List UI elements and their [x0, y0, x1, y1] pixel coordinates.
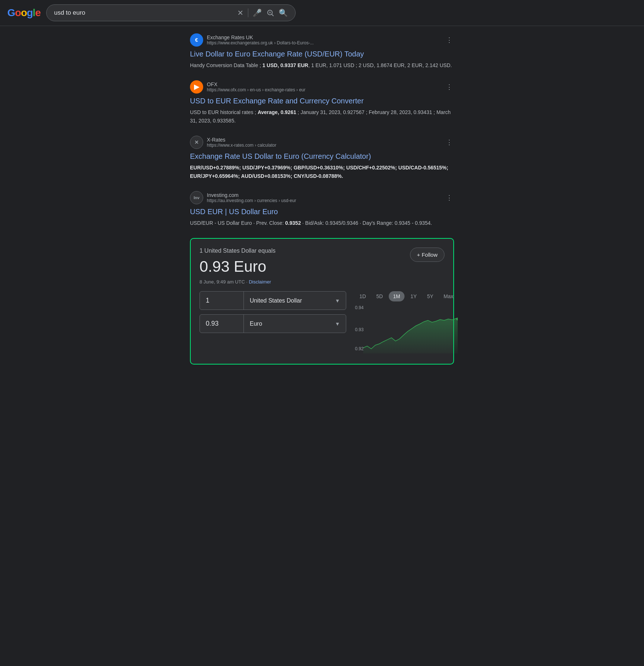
result-source: ▶ OFX https://www.ofx.com › en-us › exch…	[190, 80, 454, 94]
result-link[interactable]: Live Dollar to Euro Exchange Rate (USD/E…	[190, 49, 454, 59]
more-options-button[interactable]: ⋮	[444, 81, 454, 92]
chart-label-bot: 0.92	[355, 346, 363, 351]
source-name: Investing.com	[207, 192, 441, 198]
tab-1m[interactable]: 1M	[389, 291, 405, 301]
converter-title: 1 United States Dollar equals	[200, 248, 275, 254]
converter-inputs: United States Dollar ▼ Euro ▼	[200, 291, 346, 355]
voice-search-icon[interactable]: 🎤	[253, 8, 262, 17]
source-info: Exchange Rates UK https://www.exchangera…	[207, 34, 441, 45]
search-result: € Exchange Rates UK https://www.exchange…	[183, 33, 461, 69]
to-currency-label: Euro	[250, 321, 262, 327]
converter-title-area: 1 United States Dollar equals 0.93 Euro	[200, 248, 275, 277]
search-result: ✕ X-Rates https://www.x-rates.com › calc…	[183, 136, 461, 180]
from-currency-label: United States Dollar	[250, 297, 302, 304]
source-name: Exchange Rates UK	[207, 34, 441, 40]
to-currency-field: Euro ▼	[200, 314, 346, 333]
site-icon: Inv	[190, 191, 203, 204]
converter-main: United States Dollar ▼ Euro ▼ 1D 5D	[200, 291, 444, 355]
divider	[248, 8, 248, 17]
source-url: https://www.ofx.com › en-us › exchange-r…	[207, 87, 441, 92]
search-result: ▶ OFX https://www.ofx.com › en-us › exch…	[183, 80, 461, 125]
chart-label-mid: 0.93	[355, 327, 363, 332]
more-options-button[interactable]: ⋮	[444, 137, 454, 148]
from-currency-field: United States Dollar ▼	[200, 291, 346, 310]
header: Google ✕ 🎤 🔍	[0, 0, 644, 26]
from-amount-input[interactable]	[200, 292, 244, 310]
disclaimer-link[interactable]: Disclaimer	[249, 279, 271, 285]
source-name: X-Rates	[207, 137, 441, 143]
chart-svg	[355, 305, 458, 355]
lens-icon[interactable]	[266, 9, 274, 17]
result-source: € Exchange Rates UK https://www.exchange…	[190, 33, 454, 47]
svg-point-1	[269, 11, 271, 13]
tab-max[interactable]: Max	[439, 291, 458, 301]
converter-timestamp: 8 June, 9:49 am UTC · Disclaimer	[200, 279, 444, 285]
site-icon: ▶	[190, 80, 203, 94]
tab-1d[interactable]: 1D	[355, 291, 370, 301]
converter-rate: 0.93 Euro	[200, 258, 275, 275]
source-name: OFX	[207, 81, 441, 87]
result-link[interactable]: USD to EUR Exchange Rate and Currency Co…	[190, 96, 454, 106]
site-icon: ✕	[190, 136, 203, 149]
source-info: X-Rates https://www.x-rates.com › calcul…	[207, 137, 441, 148]
chevron-down-icon: ▼	[335, 321, 340, 327]
chart-tabs: 1D 5D 1M 1Y 5Y Max	[355, 291, 458, 301]
converter-header: 1 United States Dollar equals 0.93 Euro …	[200, 248, 444, 277]
source-url: https://www.exchangerates.org.uk › Dolla…	[207, 40, 441, 45]
result-link[interactable]: Exchange Rate US Dollar to Euro (Currenc…	[190, 151, 454, 161]
clear-button[interactable]: ✕	[237, 8, 244, 17]
google-logo: Google	[7, 7, 40, 19]
search-button[interactable]: 🔍	[279, 8, 288, 17]
follow-button[interactable]: + Follow	[410, 248, 444, 262]
currency-converter-card: 1 United States Dollar equals 0.93 Euro …	[190, 238, 454, 365]
result-description: EUR/USD+0.27889%; USD/JPY+0.37969%; GBP/…	[190, 164, 454, 180]
result-description: Handy Conversion Data Table ; 1 USD, 0.9…	[190, 61, 454, 69]
follow-label: + Follow	[417, 252, 438, 258]
more-options-button[interactable]: ⋮	[444, 34, 454, 45]
result-description: USD/EUR - US Dollar Euro · Prev. Close: …	[190, 219, 454, 227]
to-currency-select[interactable]: Euro ▼	[244, 315, 346, 333]
from-currency-select[interactable]: United States Dollar ▼	[244, 292, 346, 310]
more-options-button[interactable]: ⋮	[444, 192, 454, 203]
result-source: ✕ X-Rates https://www.x-rates.com › calc…	[190, 136, 454, 149]
tab-1y[interactable]: 1Y	[406, 291, 421, 301]
search-input[interactable]	[54, 9, 234, 17]
results-container: € Exchange Rates UK https://www.exchange…	[183, 26, 461, 365]
result-source: Inv Investing.com https://au.investing.c…	[190, 191, 454, 204]
chevron-down-icon: ▼	[335, 298, 340, 304]
search-result: Inv Investing.com https://au.investing.c…	[183, 191, 461, 227]
site-icon: €	[190, 33, 203, 47]
to-amount-input[interactable]	[200, 315, 244, 333]
source-info: Investing.com https://au.investing.com ›…	[207, 192, 441, 203]
result-link[interactable]: USD EUR | US Dollar Euro	[190, 206, 454, 217]
chart-area: 1D 5D 1M 1Y 5Y Max 0.94 0.93 0.92	[355, 291, 458, 355]
result-description: USD to EUR historical rates ; Average, 0…	[190, 108, 454, 125]
search-bar: ✕ 🎤 🔍	[46, 4, 296, 21]
source-url: https://au.investing.com › currencies › …	[207, 198, 441, 203]
source-url: https://www.x-rates.com › calculator	[207, 143, 441, 148]
chart-label-top: 0.94	[355, 305, 363, 310]
tab-5d[interactable]: 5D	[372, 291, 387, 301]
chart-container: 0.94 0.93 0.92	[355, 305, 458, 355]
tab-5y[interactable]: 5Y	[422, 291, 438, 301]
source-info: OFX https://www.ofx.com › en-us › exchan…	[207, 81, 441, 92]
